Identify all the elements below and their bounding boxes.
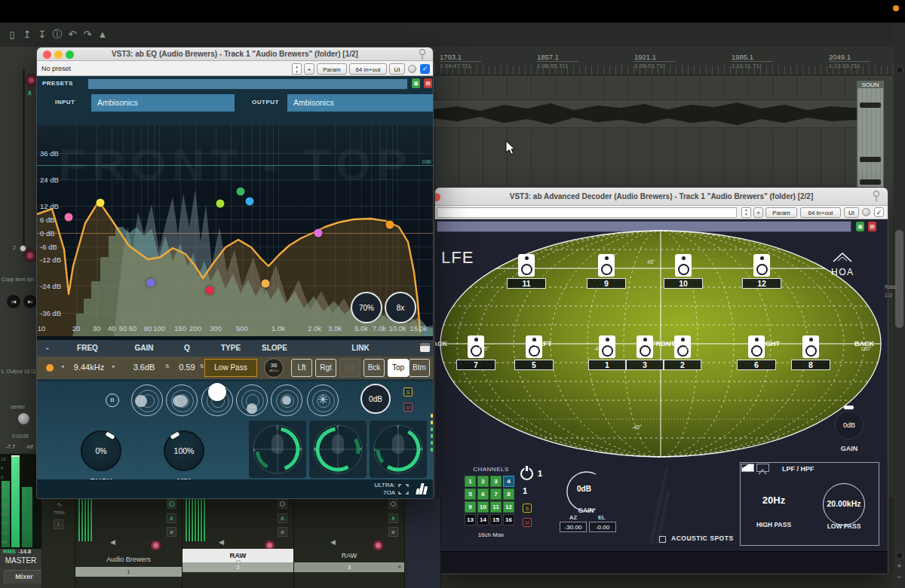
gain-stepper[interactable]: ⇅ <box>165 363 170 369</box>
band-handle[interactable] <box>147 279 155 287</box>
speaker-channel-box[interactable]: 3 <box>626 360 664 370</box>
freq-next-arrow[interactable]: ▸ <box>112 363 115 369</box>
audio-item-lane[interactable] <box>434 100 875 128</box>
track-number-bar[interactable]: 2 <box>183 562 293 572</box>
fx-power-button[interactable] <box>278 499 287 509</box>
record-arm-button[interactable] <box>150 540 161 551</box>
track-name[interactable]: Audio Brewers <box>75 556 182 563</box>
pin-icon[interactable] <box>871 190 882 202</box>
bypass-checkbox[interactable]: ✓ <box>420 64 430 74</box>
track-name[interactable]: RAW <box>294 552 404 559</box>
save-preset-icon[interactable]: ▣ <box>412 78 420 88</box>
vertical-scrollbar[interactable]: + − <box>894 23 905 588</box>
zoom-out-button[interactable]: − <box>894 573 905 581</box>
wet-knob[interactable] <box>862 208 870 216</box>
speaker[interactable]: 11 <box>507 254 546 289</box>
envelope-button[interactable]: ∧ <box>388 513 398 523</box>
solo-button[interactable]: S <box>523 504 532 513</box>
freq-prev-arrow[interactable]: ◂ <box>61 363 64 369</box>
io-button[interactable]: 64 in+out <box>349 63 387 75</box>
bypass-sphere-button[interactable]: B <box>106 394 119 407</box>
mixer-strip-audio-brewers[interactable]: ∧ ø ◀ Audio Brewers 1 <box>75 498 183 588</box>
speaker-channel-box[interactable]: 8 <box>791 360 830 370</box>
link-button[interactable]: Bck <box>364 359 385 377</box>
delete-preset-icon[interactable]: ▤ <box>424 78 432 88</box>
pattern-icon-4[interactable] <box>236 384 268 416</box>
hoa-logo[interactable]: HOA <box>831 251 854 277</box>
speaker-channel-box[interactable]: 2 <box>664 360 701 370</box>
speaker-channel-box[interactable]: 10 <box>664 278 703 289</box>
param-button[interactable]: Param <box>765 207 797 218</box>
mixer-tab[interactable]: Mixer <box>4 570 44 583</box>
band-type-selector[interactable]: Low Pass <box>204 359 257 377</box>
pattern-selector-dot[interactable] <box>208 383 226 401</box>
band-handle[interactable] <box>65 213 73 222</box>
decoder-title-bar[interactable]: VST3: ab Advanced Decoder (Audio Brewers… <box>435 188 888 206</box>
filter-curve-icon[interactable] <box>741 464 754 472</box>
eq-title-bar[interactable]: VST3: ab EQ (Audio Brewers) - Track 1 "A… <box>37 47 433 61</box>
analyzer-zoom-knob[interactable]: 8x <box>385 292 416 323</box>
link-button[interactable]: Lft <box>291 359 312 377</box>
filter-peak-icon[interactable] <box>756 464 769 472</box>
mix-knob[interactable]: 100% <box>164 430 204 471</box>
band-handle[interactable] <box>314 229 323 237</box>
pan-knob[interactable] <box>18 413 29 424</box>
channel-cell[interactable]: 4 <box>503 476 514 487</box>
channel-cell[interactable]: 12 <box>503 501 514 513</box>
io-button[interactable]: 64 in+out <box>800 207 841 218</box>
link-button[interactable]: Top <box>388 359 409 377</box>
solo-button[interactable]: S <box>403 387 413 397</box>
speaker[interactable]: 10 <box>664 254 703 289</box>
toolbar-icon[interactable]: ▲ <box>95 27 110 42</box>
channel-cell[interactable]: 13 <box>465 514 476 525</box>
phase-button[interactable]: ø <box>278 527 287 537</box>
band-handle[interactable] <box>386 221 394 229</box>
zoom-button[interactable] <box>66 51 74 59</box>
rotation-gain-value[interactable]: 0dB <box>577 485 591 493</box>
buoy-knob[interactable]: 0% <box>81 430 121 471</box>
channel-cell[interactable]: 1 <box>465 476 476 487</box>
toolbar-icon[interactable]: ↶ <box>65 27 80 42</box>
fx-power-button[interactable] <box>167 499 176 509</box>
toolbar-icon[interactable]: ↧ <box>35 27 50 42</box>
output-selector[interactable]: Ambisonics <box>287 94 434 112</box>
scrollbar-thumb[interactable] <box>895 230 903 328</box>
channel-cell[interactable]: 9 <box>465 501 476 513</box>
envelope-icon[interactable]: ∧ <box>27 89 32 96</box>
speaker[interactable]: 9 <box>587 254 626 289</box>
fx-power-button[interactable] <box>388 499 398 509</box>
channel-cell[interactable]: 15 <box>490 514 502 525</box>
go-to-end-button[interactable]: ▶| <box>23 294 38 309</box>
speaker[interactable]: 1 <box>588 335 626 370</box>
strip-resize-arrow[interactable]: ► <box>397 564 403 569</box>
band-freq-value[interactable]: 9.44kHz <box>74 363 104 372</box>
track-number-bar[interactable]: 1 <box>75 567 182 577</box>
pattern-icon-6[interactable]: ✳ <box>307 384 339 416</box>
record-arm-button[interactable] <box>373 540 384 551</box>
envelope-button[interactable]: ∧ <box>278 513 287 523</box>
channel-cell[interactable]: 8 <box>503 488 514 500</box>
speaker-channel-box[interactable]: 1 <box>588 360 626 370</box>
remove-band-button[interactable]: - <box>46 344 48 352</box>
mute-speaker-icon[interactable]: ◀ <box>219 538 224 546</box>
speaker-channel-box[interactable]: 12 <box>742 278 781 289</box>
bypass-checkbox[interactable]: ✓ <box>874 207 884 217</box>
record-arm-button[interactable] <box>23 249 37 262</box>
speaker-channel-box[interactable]: 9 <box>587 278 626 289</box>
link-button[interactable]: Fnt <box>339 359 360 377</box>
minimize-button[interactable] <box>54 51 63 59</box>
output-routing-label[interactable]: 1. Output 16 [16 <box>1 369 41 374</box>
channel-cell[interactable]: 16 <box>503 514 514 525</box>
eq-plugin-window[interactable]: VST3: ab EQ (Audio Brewers) - Track 1 "A… <box>36 47 434 499</box>
band-gain-value[interactable]: 3.6dB <box>133 363 155 372</box>
decoder-plugin-window[interactable]: VST3: ab Advanced Decoder (Audio Brewers… <box>434 187 888 574</box>
ui-button[interactable]: UI <box>844 207 859 218</box>
eq-graph[interactable]: FRONT - TOP 0dB 36 dB24 dB12 dB6 dB0 dB-… <box>37 125 434 340</box>
save-band-icon[interactable] <box>420 343 430 352</box>
speaker-channel-box[interactable]: 7 <box>456 360 495 370</box>
channel-cell[interactable]: 6 <box>477 488 489 500</box>
link-button[interactable]: Btm <box>409 359 430 377</box>
scroll-down-button[interactable] <box>896 552 903 559</box>
add-preset-button[interactable]: + <box>304 63 314 75</box>
preset-name[interactable]: No preset <box>41 65 71 72</box>
